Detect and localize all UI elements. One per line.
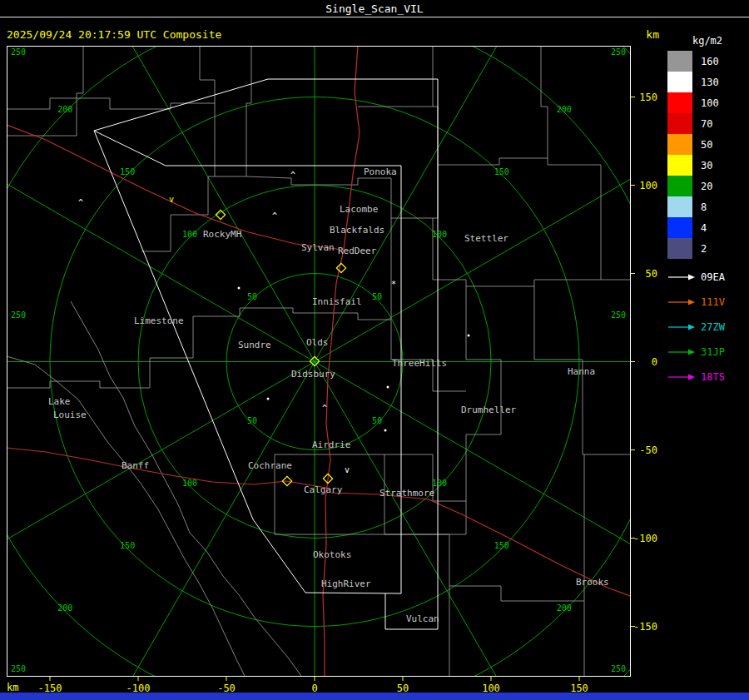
city-label: HighRiver bbox=[321, 578, 371, 589]
radar-id: 111V bbox=[701, 296, 725, 308]
timestamp-label: 2025/09/24 20:17:59 UTC Composite bbox=[7, 28, 221, 41]
storm-diamond-marker bbox=[336, 263, 345, 272]
county-boundary bbox=[438, 158, 601, 280]
city-label: Hanna bbox=[568, 366, 595, 377]
colorbar-level: 2 bbox=[667, 238, 747, 259]
range-label: 150 bbox=[494, 167, 509, 176]
county-boundary bbox=[7, 46, 215, 109]
colorbar-level: 50 bbox=[667, 134, 747, 155]
azimuth-line bbox=[82, 362, 315, 700]
title-divider bbox=[0, 17, 749, 17]
city-label: Didsbury bbox=[291, 369, 335, 380]
azimuth-line bbox=[0, 129, 315, 362]
city-label: Lacombe bbox=[340, 204, 378, 215]
city-label: Sundre bbox=[238, 340, 271, 350]
colorbar-swatch bbox=[667, 92, 692, 113]
colorbar-levels: 16013010070503020842 bbox=[667, 51, 747, 259]
city-label: RedDeer bbox=[338, 246, 377, 256]
county-boundary bbox=[7, 46, 83, 136]
y-axis-label: -50 bbox=[639, 444, 657, 456]
city-label: Blackfalds bbox=[330, 225, 384, 236]
colorbar-swatch bbox=[667, 134, 692, 155]
city-label: Cochrane bbox=[248, 460, 292, 471]
range-label: 50 bbox=[372, 416, 382, 425]
colorbar-value: 50 bbox=[701, 139, 712, 151]
radar-list: 09EA111V27ZW31JP18TS bbox=[667, 265, 747, 390]
city-label: Okotoks bbox=[313, 549, 351, 560]
radar-id: 31JP bbox=[701, 346, 725, 358]
colorbar-swatch bbox=[667, 176, 692, 196]
range-label: 200 bbox=[557, 603, 572, 613]
colorbar-value: 8 bbox=[701, 201, 707, 213]
city-label: Drumheller bbox=[461, 405, 517, 415]
range-label: 200 bbox=[557, 105, 572, 114]
colorbar-level: 8 bbox=[667, 196, 747, 217]
county-boundary bbox=[215, 46, 251, 176]
city-label: Louise bbox=[53, 410, 87, 420]
colorbar-value: 100 bbox=[701, 97, 719, 109]
radar-coverage-outline bbox=[94, 79, 305, 593]
azimuth-line bbox=[82, 0, 315, 362]
azimuth-line bbox=[0, 362, 315, 595]
radar-legend-row: 27ZW bbox=[667, 315, 747, 340]
colorbar-value: 130 bbox=[701, 77, 719, 88]
highway-line bbox=[7, 125, 343, 250]
dot-marker bbox=[238, 287, 241, 290]
range-label: 250 bbox=[11, 47, 26, 57]
range-label: 100 bbox=[432, 479, 447, 488]
radar-legend-row: 31JP bbox=[667, 340, 747, 365]
colorbar-swatch bbox=[667, 155, 692, 176]
colorbar-swatch bbox=[667, 113, 692, 134]
colorbar-unit: kg/m2 bbox=[667, 35, 747, 47]
azimuth-line bbox=[315, 0, 548, 362]
range-label: 200 bbox=[57, 603, 72, 613]
city-label: Stettler bbox=[464, 233, 508, 244]
colorbar-level: 4 bbox=[667, 217, 747, 238]
city-label: Innisfail bbox=[312, 296, 362, 307]
radar-id: 18TS bbox=[701, 371, 725, 383]
range-label: 100 bbox=[182, 230, 197, 239]
colorbar-swatch bbox=[667, 238, 692, 259]
radar-coverage-outline bbox=[268, 79, 438, 629]
colorbar-swatch bbox=[667, 217, 692, 238]
county-boundary bbox=[384, 534, 584, 676]
radar-legend-row: 111V bbox=[667, 290, 747, 315]
colorbar-value: 2 bbox=[701, 243, 707, 255]
colorbar-value: 160 bbox=[701, 56, 719, 67]
radar-id: 27ZW bbox=[701, 321, 725, 333]
caret-marker: ^ bbox=[78, 198, 83, 207]
y-axis-label: -150 bbox=[633, 621, 657, 633]
county-boundary bbox=[541, 46, 548, 158]
range-label: 250 bbox=[11, 664, 26, 673]
colorbar-level: 130 bbox=[667, 72, 747, 92]
county-boundary bbox=[466, 286, 501, 501]
range-label: 50 bbox=[372, 292, 382, 301]
city-label: Banff bbox=[122, 460, 149, 471]
dot-marker bbox=[384, 429, 387, 432]
window-title: Single_Scan_VIL bbox=[0, 2, 749, 15]
y-axis-label: 50 bbox=[646, 268, 657, 280]
city-label: Brooks bbox=[576, 577, 609, 588]
radar-map: PonokaLacombeBlackfaldsSylvanRedDeerStet… bbox=[0, 0, 749, 700]
radar-motion-arrow-icon bbox=[667, 273, 696, 281]
vee-marker: v bbox=[169, 195, 174, 204]
radar-motion-arrow-icon bbox=[667, 348, 696, 356]
city-label: Vulcan bbox=[406, 613, 439, 624]
range-label: 150 bbox=[494, 541, 509, 550]
km-unit-top: km bbox=[636, 28, 659, 41]
colorbar-value: 20 bbox=[701, 181, 712, 192]
km-unit-bottom: km bbox=[7, 682, 18, 693]
city-label: Ponoka bbox=[364, 166, 397, 177]
city-label: Airdrie bbox=[312, 439, 350, 450]
colorbar-swatch bbox=[667, 51, 692, 72]
colorbar-value: 30 bbox=[701, 160, 712, 171]
range-label: 250 bbox=[611, 310, 626, 320]
azimuth-line bbox=[315, 362, 718, 595]
star-marker: * bbox=[391, 280, 396, 289]
colorbar-level: 70 bbox=[667, 113, 747, 134]
colorbar: kg/m2 16013010070503020842 bbox=[667, 35, 747, 259]
range-label: 150 bbox=[120, 167, 135, 176]
colorbar-swatch bbox=[667, 72, 692, 92]
vee-marker: v bbox=[345, 465, 350, 474]
range-label: 50 bbox=[247, 292, 257, 301]
